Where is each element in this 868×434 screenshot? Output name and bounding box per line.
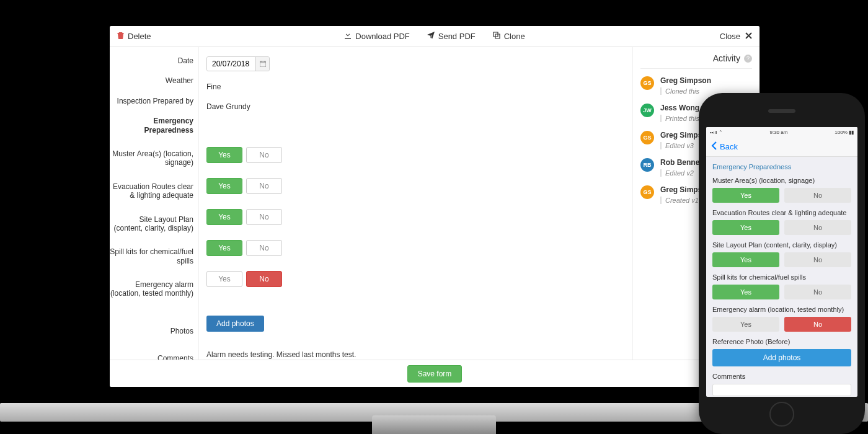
phone-q2-no[interactable]: No xyxy=(784,220,851,235)
q4-yes-button[interactable]: Yes xyxy=(206,240,242,256)
phone-q5-yes[interactable]: Yes xyxy=(712,317,779,332)
close-label: Close xyxy=(720,32,740,41)
download-pdf-button[interactable]: Download PDF xyxy=(344,32,409,41)
phone-q3-yesno: Yes No xyxy=(712,252,851,267)
phone-battery: 100% ▮▮ xyxy=(835,130,854,135)
prepared-by-value: Dave Grundy xyxy=(206,102,625,122)
phone-speaker xyxy=(768,109,795,113)
phone-q1-yes[interactable]: Yes xyxy=(712,188,779,203)
avatar: RB xyxy=(640,158,654,172)
download-icon xyxy=(344,32,352,41)
phone-q3-yes[interactable]: Yes xyxy=(712,252,779,267)
activity-name: Greg Simpson xyxy=(660,76,711,85)
form-area: Date Weather Inspection Prepared by Emer… xyxy=(110,47,632,360)
q4-yesno: Yes No xyxy=(206,240,282,256)
phone-screen: ••ıll ⌃ 9:30 am 100% ▮▮ Back Emergency P… xyxy=(706,127,857,397)
q1-label: Muster Area(s) (location, signage) xyxy=(110,149,193,182)
weather-label: Weather xyxy=(110,76,193,96)
phone-q5-yesno: Yes No xyxy=(712,317,851,332)
download-pdf-label: Download PDF xyxy=(355,32,409,41)
phone-q4-no[interactable]: No xyxy=(784,285,851,299)
close-button[interactable]: Close xyxy=(720,32,752,41)
help-icon[interactable]: ? xyxy=(744,55,752,63)
phone-q5-no[interactable]: No xyxy=(784,317,851,332)
phone-add-photos-button[interactable]: Add photos xyxy=(712,349,851,366)
section-title: Emergency Preparedness xyxy=(110,117,193,149)
date-input[interactable] xyxy=(206,56,270,71)
phone-q2-yes[interactable]: Yes xyxy=(712,220,779,235)
phone-q5-label: Emergency alarm (location, tested monthl… xyxy=(712,306,851,313)
q3-yesno: Yes No xyxy=(206,209,282,225)
activity-name: Rob Bennett xyxy=(660,158,704,167)
avatar: GS xyxy=(640,185,654,199)
q2-label: Evacuation Routes clear & lighting adequ… xyxy=(110,182,193,215)
phone-q2-yesno: Yes No xyxy=(712,220,851,235)
save-form-button[interactable]: Save form xyxy=(407,365,463,383)
add-photos-button[interactable]: Add photos xyxy=(206,316,264,332)
phone-home-button[interactable] xyxy=(769,402,794,427)
q5-yes-button[interactable]: Yes xyxy=(206,271,242,287)
q1-no-button[interactable]: No xyxy=(246,147,282,163)
q4-no-button[interactable]: No xyxy=(246,240,282,256)
q4-label: Spill kits for chemical/fuel spills xyxy=(110,247,193,280)
date-label: Date xyxy=(110,56,193,76)
phone-q4-yes[interactable]: Yes xyxy=(712,285,779,299)
weather-value: Fine xyxy=(206,82,625,102)
phone-content: Emergency Preparedness Muster Area(s) (l… xyxy=(706,157,857,397)
q5-label: Emergency alarm (location, tested monthl… xyxy=(110,280,193,327)
comments-value: Alarm needs testing. Missed last months … xyxy=(206,350,625,360)
trash-icon xyxy=(117,32,124,41)
activity-header: Activity ? xyxy=(640,53,752,69)
phone-q1-label: Muster Area(s) (location, signage) xyxy=(712,177,851,184)
calendar-icon[interactable] xyxy=(255,57,269,71)
phone-device: ••ıll ⌃ 9:30 am 100% ▮▮ Back Emergency P… xyxy=(699,93,865,434)
activity-item: GSGreg SimpsonCloned this xyxy=(640,76,752,95)
phone-q2-label: Evacuation Routes clear & lighting adequ… xyxy=(712,209,851,216)
q5-no-button[interactable]: No xyxy=(246,271,282,287)
q3-yes-button[interactable]: Yes xyxy=(206,209,242,225)
svg-rect-0 xyxy=(260,61,266,67)
save-bar: Save form xyxy=(110,360,760,387)
chevron-left-icon xyxy=(711,141,717,152)
delete-label: Delete xyxy=(128,32,151,41)
avatar: GS xyxy=(640,76,654,90)
phone-time: 9:30 am xyxy=(770,130,788,135)
photos-label: Photos xyxy=(110,327,193,354)
signal-icon: ••ıll ⌃ xyxy=(710,130,723,135)
date-row xyxy=(206,56,625,82)
phone-section-title: Emergency Preparedness xyxy=(712,163,851,170)
back-label: Back xyxy=(720,142,738,151)
toolbar: Delete Download PDF Send PDF Clone xyxy=(110,26,760,47)
avatar: JW xyxy=(640,104,654,117)
clone-label: Clone xyxy=(504,32,525,41)
q2-yes-button[interactable]: Yes xyxy=(206,178,242,194)
date-field[interactable] xyxy=(207,57,255,71)
phone-comments-label: Comments xyxy=(712,373,851,380)
q1-yesno: Yes No xyxy=(206,147,282,163)
desktop-app-window: Delete Download PDF Send PDF Clone xyxy=(110,26,760,387)
clone-button[interactable]: Clone xyxy=(493,32,525,41)
activity-action: Cloned this xyxy=(660,87,711,95)
q2-no-button[interactable]: No xyxy=(246,178,282,194)
send-pdf-button[interactable]: Send PDF xyxy=(427,32,476,41)
phone-q3-label: Site Layout Plan (content, clarity, disp… xyxy=(712,241,851,249)
activity-title: Activity xyxy=(713,53,740,63)
q1-yes-button[interactable]: Yes xyxy=(206,147,242,163)
phone-q1-no[interactable]: No xyxy=(784,188,851,203)
delete-button[interactable]: Delete xyxy=(117,32,151,41)
clone-icon xyxy=(493,32,500,41)
avatar: GS xyxy=(640,131,654,144)
phone-q1-yesno: Yes No xyxy=(712,188,851,203)
phone-q3-no[interactable]: No xyxy=(784,252,851,267)
q3-no-button[interactable]: No xyxy=(246,209,282,225)
phone-comments-input[interactable] xyxy=(712,384,851,396)
phone-q4-yesno: Yes No xyxy=(712,285,851,299)
send-icon xyxy=(427,32,435,41)
activity-action: Edited v2 xyxy=(660,169,704,177)
phone-q4-label: Spill kits for chemical/fuel spills xyxy=(712,273,851,281)
activity-action: Printed this xyxy=(660,115,699,122)
phone-nav-bar[interactable]: Back xyxy=(706,137,857,157)
activity-name: Jess Wong xyxy=(660,104,699,112)
prepared-by-label: Inspection Prepared by xyxy=(110,97,193,117)
monitor-stand xyxy=(372,415,496,434)
